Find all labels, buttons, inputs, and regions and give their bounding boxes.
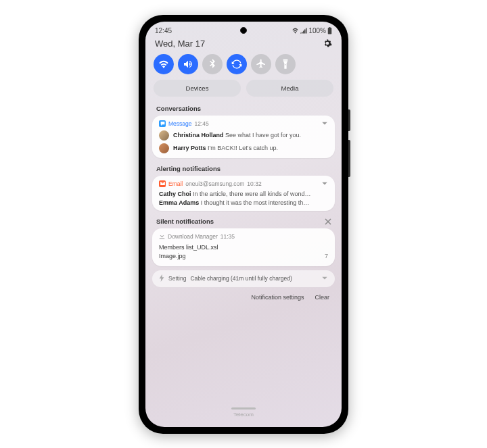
bolt-icon [159,274,164,283]
section-conversations: Conversations [145,102,342,116]
conv-card-header: Message 12:45 [159,120,328,127]
devices-button[interactable]: Devices [154,80,241,97]
mail-item[interactable]: Emma Adams I thought it was the most int… [159,199,328,206]
media-button[interactable]: Media [246,80,333,97]
mail-item[interactable]: Cathy Choi In the article, there were al… [159,191,328,197]
message-app-icon [159,120,166,127]
battery-percent: 100% [308,27,326,34]
setting-text: Cable charging (41m until fully charged) [190,275,292,282]
avatar [159,130,169,141]
status-right: 100% [292,27,332,34]
home-indicator[interactable] [231,407,256,409]
message-time: 12:45 [195,120,209,127]
section-alerting: Alerting notifications [145,162,342,176]
date-label: Wed, Mar 17 [155,39,205,49]
email-app-name: Email [168,180,183,187]
dl-app-name: Download Manager [168,233,218,240]
msg-body: See what I have got for you. [225,132,301,139]
signal-status-icon [300,28,307,34]
msg-body: I'm BACK!! Let's catch up. [208,145,278,151]
email-app-icon [159,180,166,187]
qs-sound[interactable] [178,54,198,74]
dl-file: Image.jpg 7 [159,253,328,259]
avatar [159,143,169,153]
email-addr: oneui3@samsung.com [185,180,244,187]
sender: Cathy Choi [159,191,191,197]
quick-settings-row [145,53,342,80]
side-button-2 [348,140,350,177]
setting-card[interactable]: Setting Cable charging (41m until fully … [152,270,335,287]
svg-rect-0 [328,28,332,34]
message-app-name: Message [168,120,192,127]
email-card-header: Email oneui3@samsung.com 10:32 [159,180,328,187]
footer: Notification settings Clear [145,291,342,303]
screen: 12:45 100% Wed, Mar 17 [145,22,342,427]
clear-button[interactable]: Clear [315,294,329,301]
side-button-1 [348,109,350,131]
pill-row: Devices Media [145,80,342,102]
qs-wifi[interactable] [154,54,174,74]
notification-settings-button[interactable]: Notification settings [251,294,304,301]
conversation-card[interactable]: Message 12:45 Christina Holland See what… [152,116,335,158]
close-icon[interactable] [324,218,332,226]
sender: Harry Potts [173,145,206,151]
setting-app: Setting [168,275,186,282]
download-card[interactable]: Download Manager 11:35 Members list_UDL.… [152,228,335,266]
conv-item[interactable]: Christina Holland See what I have got fo… [159,130,328,141]
section-silent-row: Silent notifications [145,215,342,228]
dl-time: 11:35 [221,233,235,240]
chevron-down-icon[interactable] [321,122,328,126]
battery-status-icon [327,27,332,34]
email-time: 10:32 [247,180,261,187]
email-card[interactable]: Email oneui3@samsung.com 10:32 Cathy Cho… [152,176,335,211]
section-silent: Silent notifications [145,215,214,228]
chevron-down-icon[interactable] [321,182,328,186]
mail-body: I thought it was the most interesting th… [201,199,310,206]
qs-airplane[interactable] [251,54,271,74]
qs-flashlight[interactable] [275,54,296,74]
front-camera [240,27,247,34]
chevron-down-icon[interactable] [321,276,328,280]
wifi-status-icon [292,28,299,34]
qs-bluetooth[interactable] [202,54,223,74]
carrier-label: Telecom [145,412,342,418]
mail-body: In the article, there were all kinds of … [193,191,311,197]
header: Wed, Mar 17 [145,36,342,53]
svg-rect-1 [329,27,330,28]
sender: Christina Holland [173,132,224,139]
conv-item[interactable]: Harry Potts I'm BACK!! Let's catch up. [159,143,328,153]
settings-gear-icon[interactable] [323,39,332,48]
sender: Emma Adams [159,199,199,206]
dl-count: 7 [325,253,328,259]
status-time: 12:45 [155,27,172,34]
download-icon [159,233,165,241]
dl-header: Download Manager 11:35 [159,233,328,241]
qs-rotate[interactable] [227,54,247,74]
dl-file: Members list_UDL.xsl [159,244,328,251]
phone-frame: 12:45 100% Wed, Mar 17 [139,15,348,434]
